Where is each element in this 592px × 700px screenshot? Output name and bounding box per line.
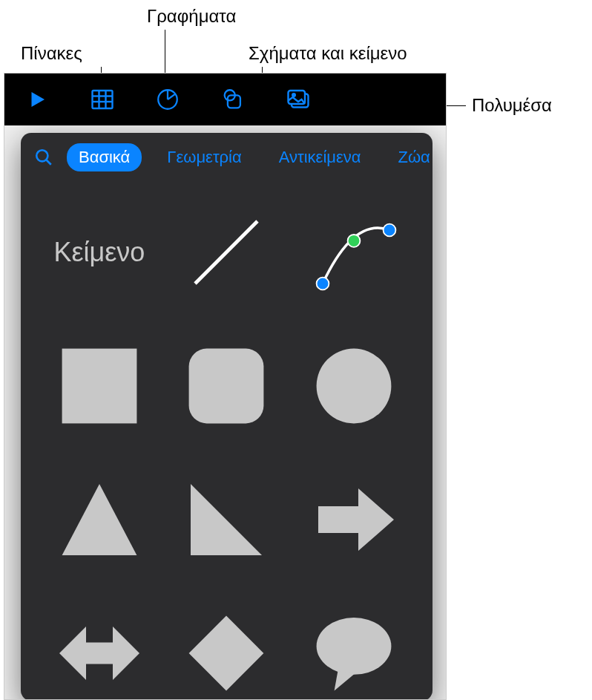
speech-bubble-shape[interactable] [298,598,410,700]
callout-tables: Πίνακες [21,43,82,64]
text-button[interactable]: Κείμενο [44,197,155,308]
svg-point-16 [317,278,329,290]
shapes-popover: Βασικά Γεωμετρία Αντικείμενα Ζώα Κείμενο [21,133,433,700]
media-button[interactable] [280,82,316,117]
right-triangle-shape[interactable] [171,464,282,575]
diamond-shape[interactable] [171,598,282,700]
charts-button[interactable] [150,82,185,117]
callout-shapes-text: Σχήματα και κείμενο [249,43,407,64]
line-shape[interactable] [171,197,282,308]
shapes-button[interactable] [215,82,251,117]
svg-line-15 [195,221,257,284]
svg-point-12 [292,94,295,97]
curve-shape[interactable] [298,197,410,308]
svg-point-18 [384,224,396,237]
shapes-grid: Κείμενο [21,182,433,700]
svg-rect-19 [62,349,137,424]
svg-rect-0 [93,91,113,108]
svg-point-27 [317,618,392,675]
svg-marker-25 [59,627,139,680]
search-icon[interactable] [34,148,53,167]
toolbar [4,73,446,125]
svg-point-21 [317,349,392,424]
rounded-square-shape[interactable] [171,330,282,442]
tab-objects[interactable]: Αντικείμενα [267,143,373,171]
text-button-label: Κείμενο [53,237,145,268]
tab-animals[interactable]: Ζώα [386,143,433,171]
callout-media: Πολυμέσα [472,95,552,116]
svg-marker-28 [335,671,356,690]
tab-basic[interactable]: Βασικά [67,143,142,171]
callout-charts: Γραφήματα [147,6,236,27]
triangle-shape[interactable] [44,464,155,575]
arrow-right-shape[interactable] [298,464,410,575]
svg-point-13 [36,150,47,161]
svg-marker-22 [62,484,137,555]
app-frame: Βασικά Γεωμετρία Αντικείμενα Ζώα Κείμενο [4,73,447,700]
double-arrow-shape[interactable] [44,598,155,700]
popover-header: Βασικά Γεωμετρία Αντικείμενα Ζώα [21,133,433,182]
square-shape[interactable] [44,330,155,442]
play-button[interactable] [19,82,55,117]
svg-point-17 [348,235,361,247]
tables-button[interactable] [85,82,120,117]
svg-marker-23 [191,484,262,555]
svg-line-7 [168,94,175,99]
svg-line-14 [46,160,51,165]
tab-geometry[interactable]: Γεωμετρία [155,143,253,171]
popover-arrow [217,133,235,134]
svg-rect-20 [189,349,264,424]
svg-marker-26 [189,616,264,691]
svg-marker-24 [318,488,394,551]
circle-shape[interactable] [298,330,410,442]
